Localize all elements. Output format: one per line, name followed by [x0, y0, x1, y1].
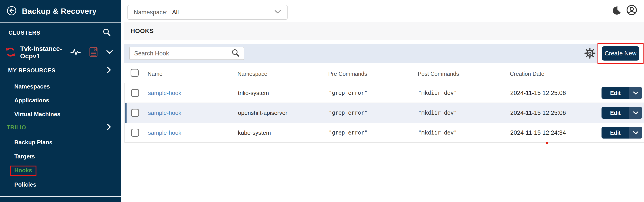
account-icon[interactable] [626, 4, 637, 16]
hook-namespace: kube-system [238, 129, 271, 136]
clusters-section-header: CLUSTERS [0, 22, 121, 43]
column-header-creation-date: Creation Date [510, 71, 544, 77]
hook-name-link[interactable]: sample-hook [148, 129, 181, 136]
edit-split-button: Edit [602, 127, 642, 139]
hook-creation-date: 2024-11-15 12:25:06 [510, 110, 566, 116]
column-header-post-commands: Post Commands [418, 71, 459, 77]
hook-name-link[interactable]: sample-hook [148, 90, 181, 97]
edit-button[interactable]: Edit [602, 127, 629, 139]
hook-namespace: openshift-apiserver [238, 110, 287, 116]
hook-post-commands: "mkdiir dev" [418, 130, 457, 136]
app-title: Backup & Recovery [22, 7, 96, 16]
sidebar-item-label: Targets [14, 153, 35, 160]
sidebar-bottom-divider [0, 196, 121, 197]
edit-caret-icon[interactable] [629, 107, 642, 119]
page-title: HOOKS [130, 28, 154, 35]
resources-menu: Namespaces Applications Virtual Machines [0, 80, 121, 121]
namespace-label: Namespace: [134, 9, 168, 16]
sidebar: Backup & Recovery CLUSTERS [0, 0, 121, 202]
annotation-red-dot [546, 142, 548, 144]
clusters-label: CLUSTERS [8, 29, 40, 36]
cluster-actions [70, 47, 113, 58]
table-row: sample-hook openshift-apiserver "grep er… [125, 103, 644, 123]
column-header-name: Name [148, 71, 162, 77]
sidebar-item-trilio[interactable]: TRILIO [0, 121, 121, 134]
sidebar-item-label: Virtual Machines [14, 111, 60, 118]
select-all-checkbox[interactable] [130, 69, 139, 77]
topbar: Namespace: All [121, 0, 644, 22]
chevron-right-icon [107, 67, 111, 74]
section-header: HOOKS [124, 22, 644, 40]
main-content: Namespace: All [121, 0, 644, 202]
edit-caret-icon[interactable] [629, 127, 642, 139]
column-header-namespace: Namespace [238, 71, 267, 77]
cluster-sync-icon [5, 47, 16, 58]
chevron-right-icon [107, 124, 111, 131]
edit-button[interactable]: Edit [602, 107, 629, 119]
sidebar-item-applications[interactable]: Applications [0, 93, 121, 107]
selected-row-accent [125, 103, 126, 123]
sidebar-item-cluster[interactable]: Tvk-Instance-Ocpv1 [0, 43, 121, 62]
edit-button[interactable]: Edit [602, 87, 629, 99]
create-new-button[interactable]: Create New [602, 46, 639, 61]
hook-name-link[interactable]: sample-hook [148, 110, 181, 116]
search-box [129, 47, 244, 60]
sidebar-item-namespaces[interactable]: Namespaces [0, 80, 121, 93]
edit-split-button: Edit [602, 87, 642, 99]
my-resources-label: MY RESOURCES [8, 67, 56, 74]
gear-icon[interactable] [584, 47, 596, 60]
row-checkbox[interactable] [131, 109, 139, 117]
table-header: Name Namespace Pre Commands Post Command… [124, 67, 644, 82]
row-checkbox[interactable] [131, 129, 139, 137]
hook-creation-date: 2024-11-15 12:25:06 [510, 90, 566, 97]
column-header-pre-commands: Pre Commands [328, 71, 367, 77]
sidebar-item-my-resources[interactable]: MY RESOURCES [0, 62, 121, 79]
trilio-menu: Backup Plans Targets Hooks Policies [0, 135, 121, 192]
activity-pulse-icon[interactable] [70, 48, 81, 57]
annotation-box-create-new: Create New [598, 43, 644, 64]
sidebar-item-label: Applications [14, 97, 49, 104]
search-input[interactable] [134, 50, 231, 57]
sidebar-item-targets[interactable]: Targets [0, 150, 121, 164]
search-icon[interactable] [231, 48, 240, 58]
row-checkbox[interactable] [131, 89, 139, 97]
hook-post-commands: "mkdiir dev" [418, 110, 457, 116]
bookmark-doc-icon[interactable] [90, 47, 98, 58]
chevron-down-icon[interactable] [106, 50, 113, 55]
sidebar-item-label: Policies [14, 181, 36, 188]
edit-caret-icon[interactable] [629, 87, 642, 99]
hook-creation-date: 2024-11-15 12:24:34 [510, 129, 566, 136]
moon-icon[interactable] [612, 6, 621, 16]
chevron-down-icon [274, 9, 281, 15]
annotation-box-hooks: Hooks [10, 166, 36, 176]
sidebar-item-label: Backup Plans [14, 139, 52, 146]
hook-pre-commands: "grep error" [329, 130, 368, 136]
back-icon[interactable] [7, 6, 16, 16]
sidebar-item-label: Namespaces [14, 83, 50, 90]
cluster-name: Tvk-Instance-Ocpv1 [20, 45, 66, 60]
sidebar-header: Backup & Recovery [0, 0, 121, 22]
namespace-value: All [172, 9, 179, 16]
sidebar-item-backup-plans[interactable]: Backup Plans [0, 135, 121, 150]
hook-pre-commands: "grep error" [329, 110, 368, 116]
edit-split-button: Edit [602, 107, 642, 119]
hook-namespace: trilio-system [238, 90, 269, 97]
backup-recovery-app: Backup & Recovery CLUSTERS [0, 0, 644, 202]
hooks-table: sample-hook trilio-system "grep error" "… [124, 83, 644, 143]
table-row: sample-hook kube-system "grep error" "mk… [125, 123, 644, 143]
sidebar-item-policies[interactable]: Policies [0, 178, 121, 192]
namespace-select[interactable]: Namespace: All [128, 5, 288, 20]
table-toolbar: Create New [124, 44, 644, 63]
trilio-label: TRILIO [7, 124, 26, 131]
sidebar-item-virtual-machines[interactable]: Virtual Machines [0, 107, 121, 121]
table-row: sample-hook trilio-system "grep error" "… [125, 83, 644, 103]
sidebar-item-hooks[interactable]: Hooks [0, 164, 121, 178]
sidebar-item-label: Hooks [14, 167, 32, 174]
hook-post-commands: "mkdiir dev" [418, 90, 457, 96]
search-icon[interactable] [102, 28, 111, 38]
hook-pre-commands: "grep error" [329, 90, 368, 96]
